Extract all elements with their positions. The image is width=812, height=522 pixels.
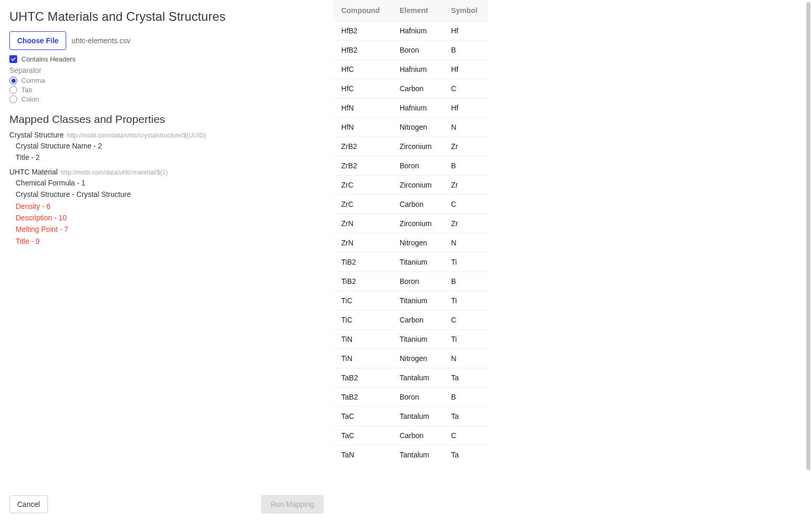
table-cell: Hafnium <box>391 98 443 118</box>
separator-radio-tab[interactable]: Tab <box>9 86 324 94</box>
table-cell: Ta <box>442 368 488 388</box>
file-row: Choose File uhtc-elements.csv <box>9 31 324 50</box>
table-cell: Zr <box>442 137 488 156</box>
table-header-row: CompoundElementSymbol <box>333 0 488 21</box>
table-cell: Carbon <box>391 426 443 445</box>
table-row: TiCCarbonC <box>333 310 488 330</box>
table-cell: Boron <box>391 156 443 176</box>
table-cell: HfB2 <box>333 21 391 41</box>
table-cell: B <box>442 388 488 407</box>
separator-radio-comma[interactable]: Comma <box>9 77 324 84</box>
table-cell: B <box>442 272 488 291</box>
table-cell: ZrN <box>333 214 391 233</box>
table-cell: ZrN <box>333 233 391 253</box>
table-row: TaNTantalumTa <box>333 445 488 465</box>
prop-item: Title - 9 <box>16 235 324 247</box>
table-cell: Nitrogen <box>391 349 443 368</box>
radio-button[interactable] <box>9 95 17 103</box>
class-iri: http://mobi.com/data/uhtc/crystalstructu… <box>67 132 206 139</box>
cancel-button[interactable]: Cancel <box>9 495 48 513</box>
table-cell: HfB2 <box>333 41 391 60</box>
table-cell: TiC <box>333 291 391 310</box>
separator-radio-colon[interactable]: Colon <box>9 95 324 103</box>
prop-item: Description - 10 <box>16 212 324 223</box>
table-cell: N <box>442 233 488 253</box>
table-scroll-area[interactable]: CompoundElementSymbol HfB2HafniumHfHfB2B… <box>333 0 812 522</box>
prop-item: Melting Point - 7 <box>16 223 324 235</box>
table-cell: Carbon <box>391 310 443 330</box>
data-table: CompoundElementSymbol HfB2HafniumHfHfB2B… <box>333 0 488 464</box>
prop-item: Crystal Structure - Crystal Structure <box>16 189 324 200</box>
table-row: TaCTantalumTa <box>333 407 488 426</box>
table-row: TaB2BoronB <box>333 388 488 407</box>
table-row: TiB2BoronB <box>333 272 488 291</box>
class-name: Crystal Structure <box>9 131 64 139</box>
prop-list: Crystal Structure Name - 2Title - 2 <box>9 140 324 164</box>
class-group: Crystal Structurehttp://mobi.com/data/uh… <box>9 131 324 164</box>
table-cell: Ta <box>442 445 488 465</box>
class-name: UHTC Material <box>9 168 58 176</box>
table-row: TiB2TitaniumTi <box>333 253 488 272</box>
table-cell: Zirconium <box>391 214 443 233</box>
table-cell: HfC <box>333 79 391 98</box>
table-cell: TaB2 <box>333 388 391 407</box>
table-cell: Boron <box>391 41 443 60</box>
table-cell: C <box>442 79 488 98</box>
table-row: ZrB2BoronB <box>333 156 488 176</box>
mapped-section-title: Mapped Classes and Properties <box>9 113 324 126</box>
separator-label: Separator <box>9 66 324 74</box>
table-cell: Carbon <box>391 195 443 214</box>
table-row: ZrNZirconiumZr <box>333 214 488 233</box>
table-cell: Titanium <box>391 253 443 272</box>
prop-list: Chemical Formula - 1Crystal Structure - … <box>9 177 324 247</box>
scrollbar-thumb[interactable] <box>806 2 810 470</box>
radio-label: Colon <box>21 95 39 103</box>
table-cell: Hf <box>442 21 488 41</box>
table-cell: TiN <box>333 330 391 349</box>
table-cell: Zr <box>442 176 488 195</box>
class-group: UHTC Materialhttp://mobi.com/data/uhtc/m… <box>9 168 324 247</box>
table-cell: Hafnium <box>391 60 443 79</box>
table-cell: Boron <box>391 388 443 407</box>
table-row: HfNHafniumHf <box>333 98 488 118</box>
table-cell: TaC <box>333 407 391 426</box>
table-cell: Tantalum <box>391 368 443 388</box>
prop-item: Title - 2 <box>16 152 324 163</box>
table-row: ZrNNitrogenN <box>333 233 488 253</box>
class-header: Crystal Structurehttp://mobi.com/data/uh… <box>9 131 324 139</box>
table-cell: N <box>442 118 488 137</box>
table-cell: Ti <box>442 291 488 310</box>
table-cell: Nitrogen <box>391 233 443 253</box>
radio-button[interactable] <box>9 77 17 84</box>
table-cell: Nitrogen <box>391 118 443 137</box>
table-cell: TiC <box>333 310 391 330</box>
table-cell: Titanium <box>391 291 443 310</box>
table-cell: C <box>442 195 488 214</box>
table-row: HfCCarbonC <box>333 79 488 98</box>
scrollbar-track[interactable] <box>806 1 811 521</box>
run-mapping-button[interactable]: Run Mapping <box>261 495 323 514</box>
table-cell: TiB2 <box>333 253 391 272</box>
page-title: UHTC Materials and Crystal Structures <box>9 9 324 24</box>
bottom-buttons: Cancel Run Mapping <box>9 495 324 514</box>
table-cell: C <box>442 426 488 445</box>
table-row: TiNTitaniumTi <box>333 330 488 349</box>
table-row: HfB2BoronB <box>333 41 488 60</box>
contains-headers-label: Contains Headers <box>21 55 76 63</box>
prop-item: Density - 6 <box>16 201 324 212</box>
table-cell: TiB2 <box>333 272 391 291</box>
table-header-cell: Element <box>391 0 443 21</box>
table-cell: Tantalum <box>391 445 443 465</box>
table-cell: Ta <box>442 407 488 426</box>
contains-headers-row: Contains Headers <box>9 55 324 63</box>
table-cell: Ti <box>442 253 488 272</box>
prop-item: Crystal Structure Name - 2 <box>16 140 324 152</box>
table-cell: B <box>442 156 488 176</box>
choose-file-button[interactable]: Choose File <box>9 31 66 50</box>
table-row: ZrCCarbonC <box>333 195 488 214</box>
table-cell: Ti <box>442 330 488 349</box>
radio-button[interactable] <box>9 86 17 94</box>
separator-radio-group: CommaTabColon <box>9 77 324 105</box>
radio-dot <box>11 79 16 83</box>
contains-headers-checkbox[interactable] <box>9 55 17 63</box>
